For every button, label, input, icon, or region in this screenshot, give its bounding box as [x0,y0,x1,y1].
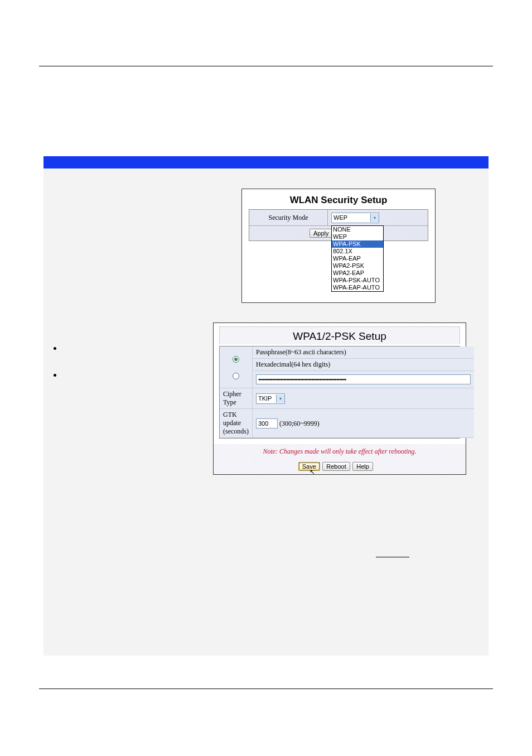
option-wpa2-psk[interactable]: WPA2-PSK [332,262,383,269]
security-mode-options[interactable]: NONE WEP WPA-PSK 802.1X WPA-EAP WPA2-PSK… [331,225,384,292]
option-wpa-psk[interactable]: WPA-PSK [332,240,383,248]
option-wpa-eap-auto[interactable]: WPA-EAP-AUTO [332,284,383,291]
key-input[interactable]: ••••••••••••••••••••••••••••••••••••••••… [256,374,471,384]
cipher-type-label: Cipher Type [220,388,252,409]
wpa-psk-setup-panel: WPA1/2-PSK Setup Passphrase(8~63 ascii c… [213,322,466,475]
security-mode-label: Security Mode [249,210,328,225]
wpa-psk-setup-title: WPA1/2-PSK Setup [219,326,460,344]
wlan-security-panel: WLAN Security Setup Security Mode WEP ▾ … [241,189,436,303]
option-wpa-eap[interactable]: WPA-EAP [332,255,383,262]
gtk-update-label: GTK update (seconds) [220,409,252,438]
option-none[interactable]: NONE [332,226,383,233]
bullet-icon [54,347,56,350]
chevron-down-icon: ▾ [276,394,284,403]
top-title-bar [43,156,489,168]
help-button[interactable]: Help [352,462,373,471]
cipher-type-dropdown[interactable]: TKIP ▾ [256,393,285,404]
cipher-type-value: TKIP [258,395,275,402]
reboot-note: Note: Changes made will only take effect… [214,444,466,459]
button-row: Save Reboot Help ↖ [214,459,466,474]
wlan-security-form: Security Mode WEP ▾ Apply NONE WEP WPA-P… [249,209,428,241]
option-8021x[interactable]: 802.1X [332,248,383,255]
option-wep[interactable]: WEP [332,233,383,240]
apply-button[interactable]: Apply [309,229,333,238]
option-wpa2-eap[interactable]: WPA2-EAP [332,269,383,277]
hexadecimal-label: Hexadecimal(64 hex digits) [252,359,474,371]
security-mode-dropdown[interactable]: WEP ▾ [331,213,379,223]
passphrase-radio[interactable] [233,356,239,363]
footer-divider [39,688,493,689]
passphrase-label: Passphrase(8~63 ascii characters) [252,346,474,359]
gtk-update-input[interactable]: 300 [256,418,278,428]
reboot-button[interactable]: Reboot [322,462,350,471]
option-wpa-psk-auto[interactable]: WPA-PSK-AUTO [332,277,383,284]
underline [376,557,409,557]
header-divider [39,66,493,66]
security-mode-value: WEP [333,214,369,221]
bullet-icon [54,374,56,377]
wlan-security-title: WLAN Security Setup [242,189,435,209]
gtk-range-hint: (300;60~9999) [279,420,320,427]
save-button[interactable]: Save [298,462,320,471]
wpa-psk-form: Passphrase(8~63 ascii characters) Hexade… [219,346,460,439]
hexadecimal-radio[interactable] [233,373,239,379]
chevron-down-icon: ▾ [370,214,379,222]
